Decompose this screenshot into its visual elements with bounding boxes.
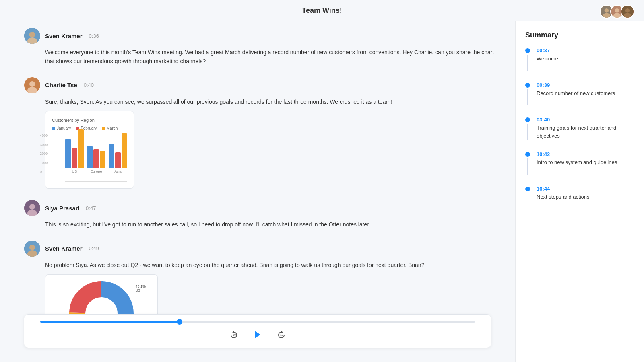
summary-time-2[interactable]: 00:39 <box>537 82 634 88</box>
speaker-name-3: Siya Prasad <box>45 205 79 212</box>
avatar-sven-1 <box>24 28 40 44</box>
summary-item-3: 03:40 Training goals for next quarter an… <box>525 117 634 151</box>
donut-svg-wrap: 43.1% US Asia 32.5% Europe <box>69 281 134 314</box>
play-button[interactable] <box>251 328 264 341</box>
legend-dot-mar <box>102 127 105 130</box>
message-block-3: Siya Prasad 0:47 This is so exciting, bu… <box>24 200 499 229</box>
svg-point-17 <box>29 204 35 210</box>
avatar-3 <box>621 5 634 19</box>
svg-text:10: 10 <box>280 333 283 336</box>
main-content: Sven Kramer 0:36 Welcome everyone to thi… <box>0 21 644 362</box>
bar-label-us: US <box>65 169 84 173</box>
rewind-button[interactable]: 10 <box>228 329 240 341</box>
donut-chart-area: 43.1% US Asia 32.5% Europe <box>52 281 151 314</box>
message-content-3: This is so exciting, but I've got to run… <box>45 220 499 229</box>
svg-point-14 <box>29 81 35 87</box>
forward-button[interactable]: 10 <box>275 329 287 341</box>
message-content-2: Sure, thanks, Sven. As you can see, we s… <box>45 97 499 189</box>
summary-item-content-4: 10:42 Intro to new system and guidelines <box>537 151 634 175</box>
bar-group-us-bars <box>65 129 84 168</box>
bar-chart-legend: January February March <box>52 126 127 130</box>
avatar-charlie <box>24 77 40 93</box>
summary-item-line-1 <box>525 47 530 71</box>
summary-time-3[interactable]: 03:40 <box>537 117 634 123</box>
player-bar: 10 10 <box>24 314 491 348</box>
summary-item-5: 16:44 Next steps and actions <box>525 186 634 212</box>
progress-thumb[interactable] <box>177 319 182 325</box>
message-block-4: Sven Kramer 0:49 No problem Siya. As we … <box>24 241 499 314</box>
bar-group-europe-bars <box>87 146 105 168</box>
forward-icon: 10 <box>277 330 286 339</box>
bar-group-asia-bars <box>109 133 127 168</box>
app-container: Team Wins! <box>0 0 644 362</box>
bar-label-asia: Asia <box>109 169 127 173</box>
summary-item-content-5: 16:44 Next steps and actions <box>537 186 634 201</box>
summary-list: 00:37 Welcome 00:39 Record number of new… <box>525 47 634 212</box>
legend-label-mar: March <box>107 126 118 130</box>
svg-point-7 <box>625 8 630 13</box>
page-title: Team Wins! <box>302 6 342 15</box>
message-header-2: Charlie Tse 0:40 <box>24 77 499 93</box>
player-controls: 10 10 <box>40 328 475 341</box>
svg-point-4 <box>615 8 619 13</box>
bar-chart: US Europe <box>65 134 127 182</box>
bar-chart-container: Customers by Region January February <box>45 111 134 189</box>
svg-text:10: 10 <box>233 333 236 336</box>
svg-marker-27 <box>255 331 260 338</box>
message-header-3: Siya Prasad 0:47 <box>24 200 499 216</box>
message-header-4: Sven Kramer 0:49 <box>24 241 499 257</box>
avatar-sven-2 <box>24 241 40 257</box>
summary-item-content-2: 00:39 Record number of new customers <box>537 82 634 105</box>
summary-item-line-3 <box>525 117 530 140</box>
summary-dot-4 <box>525 152 530 157</box>
svg-point-12 <box>29 32 35 37</box>
speaker-time-4: 0:49 <box>89 245 99 251</box>
summary-sidebar: Summary 00:37 Welcome <box>515 21 644 362</box>
donut-svg <box>69 281 134 314</box>
summary-item-line-4 <box>525 151 530 175</box>
summary-item-4: 10:42 Intro to new system and guidelines <box>525 151 634 186</box>
speaker-time-1: 0:36 <box>89 33 99 39</box>
summary-desc-4: Intro to new system and guidelines <box>537 158 634 167</box>
progress-track[interactable] <box>40 321 475 323</box>
message-text-4: No problem Siya. As we close out Q2 - we… <box>45 261 499 269</box>
message-text-1: Welcome everyone to this month's Team Wi… <box>45 48 499 66</box>
bar-eu-jan <box>87 146 93 168</box>
svg-point-1 <box>605 8 609 13</box>
svg-point-25 <box>87 299 116 314</box>
legend-dot-jan <box>52 127 55 130</box>
message-text-2: Sure, thanks, Sven. As you can see, we s… <box>45 97 499 106</box>
speaker-name-4: Sven Kramer <box>45 245 83 252</box>
summary-desc-5: Next steps and actions <box>537 193 634 201</box>
summary-time-5[interactable]: 16:44 <box>537 186 634 192</box>
summary-desc-1: Welcome <box>537 55 634 63</box>
y-labels: 4000 3000 2000 1000 0 <box>40 134 48 174</box>
speaker-time-2: 0:40 <box>84 82 94 88</box>
summary-connector-2 <box>527 89 528 105</box>
summary-time-4[interactable]: 10:42 <box>537 151 634 157</box>
svg-point-8 <box>624 13 631 18</box>
chat-area[interactable]: Sven Kramer 0:36 Welcome everyone to thi… <box>0 21 515 314</box>
summary-item-line-2 <box>525 82 530 105</box>
rewind-icon: 10 <box>229 330 238 339</box>
message-text-3: This is so exciting, but I've got to run… <box>45 220 499 229</box>
y-label-0: 0 <box>40 170 48 174</box>
summary-time-1[interactable]: 00:37 <box>537 47 634 53</box>
speaker-name-2: Charlie Tse <box>45 82 77 88</box>
summary-item-line-5 <box>525 186 530 201</box>
avatar-group <box>600 5 634 19</box>
play-icon <box>253 330 262 339</box>
summary-connector-1 <box>527 55 528 71</box>
bar-label-europe: Europe <box>87 169 105 173</box>
summary-dot-1 <box>525 48 530 53</box>
summary-connector-3 <box>527 124 528 140</box>
bar-group-us: US <box>65 129 84 173</box>
summary-desc-2: Record number of new customers <box>537 89 634 97</box>
bar-us-feb <box>72 148 77 168</box>
message-block-1: Sven Kramer 0:36 Welcome everyone to thi… <box>24 28 499 66</box>
bar-eu-feb <box>93 149 99 168</box>
bar-asia-jan <box>109 144 114 168</box>
message-content-4: No problem Siya. As we close out Q2 - we… <box>45 261 499 314</box>
y-label-2000: 2000 <box>40 152 48 156</box>
summary-item-1: 00:37 Welcome <box>525 47 634 82</box>
